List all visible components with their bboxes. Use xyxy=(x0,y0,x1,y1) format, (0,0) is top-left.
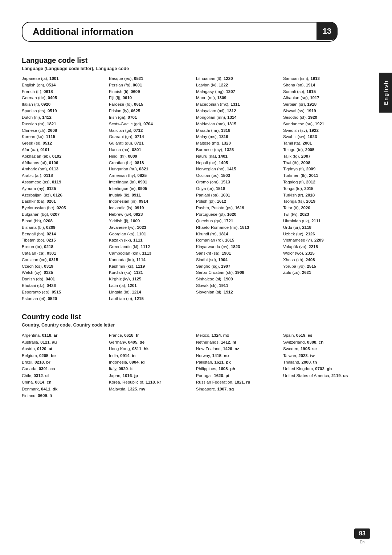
list-item: Sundanese (su), 1921 xyxy=(283,121,367,127)
list-item: Mongolian (mn), 1314 xyxy=(196,114,280,121)
list-item: Esperanto (eo), 0515 xyxy=(22,289,106,296)
list-item: Mexico, 1324. mx xyxy=(196,332,280,339)
list-item: Canada, 0301. ca xyxy=(22,365,106,372)
list-item: Tamil (ta), 2001 xyxy=(283,140,367,147)
list-item: Frisian (fy), 0625 xyxy=(109,108,193,114)
list-item: Pakistan, 1611. pk xyxy=(196,359,280,365)
list-item: Basque (eu), 0521 xyxy=(109,76,193,82)
list-item: Philippines, 1608. ph xyxy=(196,365,280,372)
list-item: Netherlands, 1412. nl xyxy=(196,339,280,345)
list-item: Spain, 0519. es xyxy=(283,332,367,339)
list-item: Kazakh (kk), 1111 xyxy=(109,237,193,244)
language-section-title: Language code list xyxy=(22,56,370,65)
section-title: Additional information xyxy=(33,26,133,37)
list-item: Twi (tw), 2023 xyxy=(283,211,367,218)
list-item: English (en), 0514 xyxy=(22,82,106,89)
list-item: Tsonga (ts), 2019 xyxy=(283,198,367,205)
list-item: Italy, 0920. it xyxy=(109,365,193,372)
page-number-area: 83 En xyxy=(354,528,370,544)
list-item: Lingala (ln), 1214 xyxy=(109,289,193,296)
list-item: Chinese (zh), 2608 xyxy=(22,127,106,134)
list-item: Sweden, 1905. se xyxy=(283,345,367,352)
list-item: French (fr), 0618 xyxy=(22,89,106,95)
list-item: Malagasy (mg), 1307 xyxy=(196,89,280,95)
list-item: Tigrinya (ti), 2009 xyxy=(283,166,367,173)
list-item: Czech (cs), 0319 xyxy=(22,263,106,270)
list-item: Norwegian (no), 1415 xyxy=(196,166,280,173)
country-subtitle-normal: Country, xyxy=(22,323,41,328)
list-item: Afrikaans (af), 0106 xyxy=(22,160,106,166)
list-item: Turkmen (tk), 2011 xyxy=(283,173,367,179)
list-item: Cambodian (km), 1113 xyxy=(109,250,193,257)
subtitle-bold: Language code xyxy=(96,66,129,71)
list-item: Nepali (ne), 1405 xyxy=(196,160,280,166)
country-subtitle-bold2: Country code letter xyxy=(73,323,115,328)
list-item: Tatar (tt), 2020 xyxy=(283,205,367,211)
list-item: United States of America, 2119. us xyxy=(283,372,367,379)
list-item: Swedish (sv), 1922 xyxy=(283,127,367,134)
list-item: Sindhi (sd), 1904 xyxy=(196,257,280,263)
list-item: Fiji (fj), 0610 xyxy=(109,95,193,101)
country-columns: Argentina, 0118. arAustralia, 0121. auAu… xyxy=(22,332,370,399)
list-item: Assamese (as), 0119 xyxy=(22,179,106,186)
list-item: Sinhalese (si), 1909 xyxy=(196,276,280,283)
list-item: Oromo (om), 1513 xyxy=(196,179,280,186)
list-item: India, 0914. in xyxy=(109,352,193,359)
language-section-subtitle: Language (Language code letter), Languag… xyxy=(22,66,370,71)
list-item: Amharic (am), 0113 xyxy=(22,166,106,173)
list-item: Abkhazian (ab), 0102 xyxy=(22,153,106,160)
list-item: Norway, 1415. no xyxy=(196,352,280,359)
list-item: Irish (ga), 0701 xyxy=(109,114,193,121)
list-item: Argentina, 0118. ar xyxy=(22,332,106,339)
country-code-section: Country code list Country, Country code.… xyxy=(22,313,370,399)
list-item: Tibetan (bo), 0215 xyxy=(22,237,106,244)
list-item: Japanese (ja), 1001 xyxy=(22,76,106,82)
list-item: Guarani (gn), 0714 xyxy=(109,134,193,140)
list-item: Korea, Republic of, 1118. kr xyxy=(109,379,193,385)
list-item: Welsh (cy), 0325 xyxy=(22,270,106,276)
list-item: Kurdish (ku), 1121 xyxy=(109,270,193,276)
language-columns: Japanese (ja), 1001English (en), 0514Fre… xyxy=(22,76,370,302)
list-item: Indonesian (in), 0914 xyxy=(109,198,193,205)
list-item: Panjabi (pa), 1601 xyxy=(196,192,280,199)
list-item: Yiddish (ji), 1009 xyxy=(109,218,193,224)
list-item: Albanian (sq), 1917 xyxy=(283,95,367,101)
list-item: Occitan (oc), 1503 xyxy=(196,173,280,179)
list-item: Laothian (lo), 1215 xyxy=(109,296,193,302)
list-item: Yoruba (yo), 2515 xyxy=(283,263,367,270)
list-item: Russian Federation, 1821. ru xyxy=(196,379,280,385)
list-item: Georgian (ka), 1101 xyxy=(109,231,193,238)
list-item: Oriya (or), 1518 xyxy=(196,186,280,192)
list-item: Ukrainian (uk), 2111 xyxy=(283,218,367,224)
list-item: Australia, 0121. au xyxy=(22,339,106,345)
list-item: Gujarati (gu), 0721 xyxy=(109,140,193,147)
list-item: Kirundi (rn), 1814 xyxy=(196,231,280,238)
subtitle-normal: Language (Language code letter), xyxy=(22,66,96,71)
list-item: Swahili (sw), 1923 xyxy=(283,134,367,140)
list-item: Latvian (lv), 1222 xyxy=(196,82,280,89)
list-item: Hungarian (hu), 0821 xyxy=(109,166,193,173)
section-header: Additional information 13 xyxy=(22,22,338,42)
language-code-section: Language code list Language (Language co… xyxy=(22,56,370,302)
list-item: Lithuanian (lt), 1220 xyxy=(196,76,280,82)
list-item: Turkish (tr), 2018 xyxy=(283,192,367,199)
country-section-subtitle: Country, Country code. Country code lett… xyxy=(22,323,370,328)
list-item: Japan, 1016. jp xyxy=(109,372,193,379)
list-item: Shona (sn), 1914 xyxy=(283,82,367,89)
list-item: Hong Kong, 0811. hk xyxy=(109,345,193,352)
list-item: Armenian (hy), 0825 xyxy=(109,173,193,179)
language-col-2: Basque (eu), 0521Persian (fa), 0601Finni… xyxy=(109,76,196,302)
list-item: Galician (gi), 0712 xyxy=(109,127,193,134)
list-item: Malay (ms), 1319 xyxy=(196,134,280,140)
list-item: Scots-Gaelic (gd), 0704 xyxy=(109,121,193,127)
list-item: Estonian (et), 0520 xyxy=(22,296,106,302)
list-item: Zulu (zu), 2621 xyxy=(283,270,367,276)
list-item: Bengali (bn), 0214 xyxy=(22,231,106,238)
list-item: Danish (da), 0401 xyxy=(22,276,106,283)
list-item: Nauru (na), 1401 xyxy=(196,153,280,160)
list-item: Inupiak (ik), 0911 xyxy=(109,192,193,199)
country-col-4: Spain, 0519. esSwitzerland, 0308. chSwed… xyxy=(283,332,370,399)
list-item: Interlingua (ia), 0901 xyxy=(109,179,193,186)
list-item: Maltese (mt), 1320 xyxy=(196,140,280,147)
list-item: Korean (ko), 1115 xyxy=(22,134,106,140)
